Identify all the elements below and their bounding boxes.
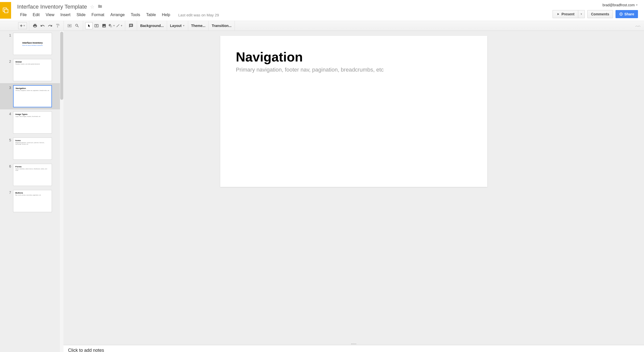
menu-arrange[interactable]: Arrange: [107, 12, 128, 18]
layout-button[interactable]: Layout▼: [167, 21, 188, 30]
print-icon[interactable]: [31, 22, 39, 29]
svg-line-8: [117, 24, 119, 27]
comment-icon[interactable]: [127, 22, 135, 29]
slides-logo[interactable]: [0, 2, 11, 19]
speaker-notes[interactable]: Click to add notes: [63, 345, 644, 352]
redo-icon[interactable]: [46, 22, 54, 29]
slide-number: 6: [0, 164, 11, 168]
share-button[interactable]: Share: [616, 10, 638, 18]
menu-tools[interactable]: Tools: [128, 12, 143, 18]
present-button[interactable]: Present: [553, 10, 578, 18]
menu-file[interactable]: File: [17, 12, 30, 18]
slide-thumb-3[interactable]: 3NavigationPrimary navigation, footer na…: [0, 83, 63, 109]
sidebar-scrollbar-track[interactable]: [60, 31, 63, 352]
slide-thumb-4[interactable]: 4Image TypesLogos, hero images, avatars,…: [0, 109, 63, 136]
undo-icon[interactable]: [39, 22, 46, 29]
document-title[interactable]: Interface Inventory Template: [17, 4, 87, 10]
menu-slide[interactable]: Slide: [74, 12, 89, 18]
slide-number: 2: [0, 59, 11, 63]
slide-thumb-7[interactable]: 7ButtonsBig, small, primary, secondary, …: [0, 188, 63, 214]
present-dropdown[interactable]: ▼: [578, 10, 585, 18]
slide-thumb-5[interactable]: 5IconsMagnifying glasses, social icons, …: [0, 136, 63, 162]
slide-panel: 1Interface InventoryMore info about inte…: [0, 31, 63, 352]
menu-insert[interactable]: Insert: [57, 12, 74, 18]
star-icon[interactable]: ☆: [90, 4, 94, 10]
slide-thumb-1[interactable]: 1Interface InventoryMore info about inte…: [0, 31, 63, 57]
slide-number: 7: [0, 190, 11, 195]
slide-thumbnail[interactable]: IconsMagnifying glasses, social icons, s…: [13, 138, 52, 160]
background-button[interactable]: Background...: [137, 21, 167, 30]
slide-thumb-6[interactable]: 6FormsInputs, textareas, select menus, c…: [0, 162, 63, 188]
image-icon[interactable]: [100, 22, 108, 29]
theme-button[interactable]: Theme...: [188, 21, 209, 30]
menu-help[interactable]: Help: [159, 12, 173, 18]
slide-thumbnail[interactable]: NavigationPrimary navigation, footer nav…: [13, 85, 52, 107]
collapse-toolbar-icon[interactable]: ︿︿: [634, 22, 641, 29]
slide-thumbnail[interactable]: Image TypesLogos, hero images, avatars, …: [13, 111, 52, 134]
slide-thumbnail[interactable]: Interface InventoryMore info about inter…: [13, 33, 52, 55]
slide-number: 3: [0, 85, 11, 90]
menu-table[interactable]: Table: [143, 12, 159, 18]
slide-thumbnail[interactable]: FormsInputs, textareas, select menus, ch…: [13, 164, 52, 186]
last-edit-info[interactable]: Last edit was on May 29: [178, 13, 219, 17]
shape-icon[interactable]: ▼: [108, 22, 115, 29]
user-account[interactable]: brad@bradfrost.com ▼: [602, 3, 638, 7]
textbox-icon[interactable]: [93, 22, 100, 29]
slide-title[interactable]: Navigation: [236, 49, 472, 65]
folder-icon[interactable]: [98, 4, 103, 10]
sidebar-scrollbar-thumb[interactable]: [60, 32, 63, 100]
svg-rect-1: [5, 9, 8, 13]
slide-canvas[interactable]: Navigation Primary navigation, footer na…: [220, 36, 487, 187]
svg-rect-7: [110, 25, 112, 27]
comments-button[interactable]: Comments: [587, 10, 613, 18]
user-email-text: brad@bradfrost.com: [602, 3, 635, 7]
slide-thumbnail[interactable]: ButtonsBig, small, primary, secondary, p…: [13, 190, 52, 212]
slide-number: 4: [0, 111, 11, 116]
slide-subtitle[interactable]: Primary navigation, footer nav, paginati…: [236, 67, 472, 73]
slide-thumb-2[interactable]: 2GlobalHeaders, footers, and other globa…: [0, 57, 63, 83]
zoom-fit-icon[interactable]: [66, 22, 73, 29]
zoom-icon[interactable]: [73, 22, 81, 29]
slide-number: 1: [0, 33, 11, 37]
svg-rect-4: [69, 25, 71, 26]
notes-resize-handle[interactable]: [63, 343, 644, 345]
present-label: Present: [561, 12, 574, 16]
account-dropdown-icon: ▼: [636, 4, 638, 6]
paint-format-icon[interactable]: [54, 22, 61, 29]
share-label: Share: [624, 12, 634, 16]
line-icon[interactable]: ▼: [115, 22, 123, 29]
transition-button[interactable]: Transition...: [209, 21, 235, 30]
toolbar: +▼ ▼ ▼ Background... Layout▼ Theme... Tr…: [0, 21, 644, 31]
select-tool-icon[interactable]: [85, 22, 93, 29]
menu-view[interactable]: View: [43, 12, 57, 18]
slide-thumbnail[interactable]: GlobalHeaders, footers, and other global…: [13, 59, 52, 81]
menu-edit[interactable]: Edit: [30, 12, 43, 18]
menu-format[interactable]: Format: [88, 12, 107, 18]
menu-bar: File Edit View Insert Slide Format Arran…: [17, 10, 553, 21]
slide-number: 5: [0, 138, 11, 142]
new-slide-button[interactable]: +▼: [18, 22, 27, 29]
